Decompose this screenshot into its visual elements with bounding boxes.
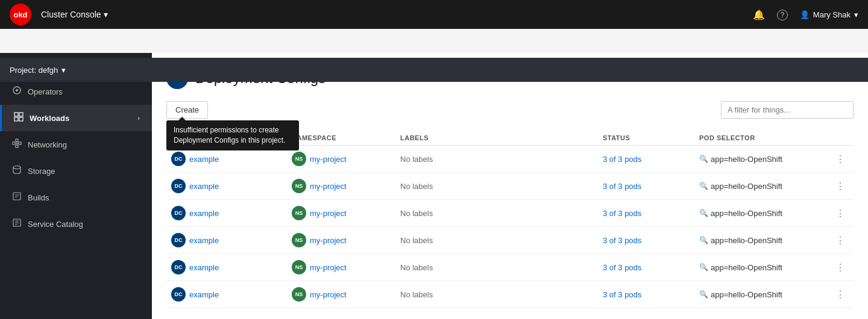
table-row: DC example NS my-project No labels 3 of … bbox=[166, 200, 854, 227]
sidebar-item-workloads[interactable]: Workloads › bbox=[0, 105, 152, 131]
project-chevron-icon: ▾ bbox=[61, 66, 66, 75]
project-label: Project: defgh bbox=[10, 66, 58, 75]
help-button[interactable]: ? bbox=[777, 9, 788, 20]
cell-namespace-0: NS my-project bbox=[287, 146, 395, 173]
cell-name-4: DC example bbox=[166, 254, 287, 281]
labels-value-0: No labels bbox=[400, 155, 433, 164]
cell-selector-2: 🔍 app=hello-OpenShift bbox=[694, 200, 827, 227]
table-row: DC example NS my-project No labels 3 of … bbox=[166, 254, 854, 281]
status-link-0[interactable]: 3 of 3 pods bbox=[603, 155, 641, 164]
sidebar-item-builds[interactable]: Builds bbox=[0, 184, 152, 211]
namespace-link-5[interactable]: my-project bbox=[310, 290, 347, 299]
cell-status-0: 3 of 3 pods bbox=[598, 146, 694, 173]
builds-icon bbox=[12, 191, 22, 203]
sidebar-item-networking[interactable]: Networking bbox=[0, 131, 152, 158]
labels-value-5: No labels bbox=[400, 290, 433, 299]
storage-icon bbox=[12, 165, 22, 177]
nav-icons: 🔔 ? 👤 Mary Shak ▾ bbox=[753, 9, 858, 20]
svg-rect-15 bbox=[13, 193, 20, 200]
selector-search-icon-2: 🔍 bbox=[699, 209, 708, 217]
selector-search-icon-3: 🔍 bbox=[699, 236, 708, 244]
row-actions-button-3[interactable]: ⋮ bbox=[832, 234, 849, 247]
ns-badge-2: NS bbox=[292, 206, 306, 220]
logo: okd bbox=[10, 4, 31, 25]
cell-name-3: DC example bbox=[166, 227, 287, 254]
col-header-namespace: NAMESPACE bbox=[287, 131, 395, 146]
dc-badge-2: DC bbox=[171, 206, 186, 220]
project-selector-button[interactable]: Project: defgh ▾ bbox=[10, 66, 66, 75]
selector-value-1: app=hello-OpenShift bbox=[711, 182, 782, 191]
user-menu-button[interactable]: 👤 Mary Shak ▾ bbox=[800, 10, 858, 19]
namespace-link-3[interactable]: my-project bbox=[310, 236, 347, 245]
cell-namespace-5: NS my-project bbox=[287, 281, 395, 308]
namespace-link-0[interactable]: my-project bbox=[310, 155, 347, 164]
svg-rect-8 bbox=[13, 142, 15, 144]
cell-status-3: 3 of 3 pods bbox=[598, 227, 694, 254]
selector-search-icon-5: 🔍 bbox=[699, 290, 708, 299]
sidebar-item-storage[interactable]: Storage bbox=[0, 158, 152, 184]
sidebar-label-service-catalog: Service Catalog bbox=[28, 220, 83, 229]
name-link-4[interactable]: example bbox=[189, 263, 219, 272]
dc-badge-4: DC bbox=[171, 260, 186, 274]
cell-namespace-3: NS my-project bbox=[287, 227, 395, 254]
status-link-3[interactable]: 3 of 3 pods bbox=[603, 236, 641, 245]
namespace-link-1[interactable]: my-project bbox=[310, 182, 347, 191]
status-link-2[interactable]: 3 of 3 pods bbox=[603, 209, 641, 218]
sidebar-item-service-catalog[interactable]: Service Catalog bbox=[0, 211, 152, 237]
col-header-status: STATUS bbox=[598, 131, 694, 146]
name-link-1[interactable]: example bbox=[189, 182, 219, 191]
name-link-5[interactable]: example bbox=[189, 290, 219, 299]
cell-actions-3: ⋮ bbox=[827, 227, 854, 254]
name-link-2[interactable]: example bbox=[189, 209, 219, 218]
svg-rect-10 bbox=[16, 139, 18, 141]
ns-badge-1: NS bbox=[292, 179, 306, 193]
cell-status-5: 3 of 3 pods bbox=[598, 281, 694, 308]
selector-search-icon-1: 🔍 bbox=[699, 182, 708, 190]
row-actions-button-1[interactable]: ⋮ bbox=[832, 179, 849, 193]
row-actions-button-4[interactable]: ⋮ bbox=[832, 261, 849, 274]
cell-selector-1: 🔍 app=hello-OpenShift bbox=[694, 173, 827, 200]
help-icon: ? bbox=[777, 10, 788, 20]
namespace-link-4[interactable]: my-project bbox=[310, 263, 347, 272]
status-link-4[interactable]: 3 of 3 pods bbox=[603, 263, 641, 272]
sidebar-label-operators: Operators bbox=[28, 87, 63, 96]
selector-value-4: app=hello-OpenShift bbox=[711, 263, 782, 272]
sub-navigation: Project: defgh ▾ bbox=[0, 58, 868, 82]
status-link-5[interactable]: 3 of 3 pods bbox=[603, 290, 641, 299]
svg-rect-7 bbox=[19, 117, 23, 121]
bell-icon: 🔔 bbox=[753, 10, 765, 20]
sidebar: ⌂ Home Operators Workloads › Networking bbox=[0, 53, 152, 319]
sidebar-label-builds: Builds bbox=[28, 193, 49, 202]
name-link-0[interactable]: example bbox=[189, 155, 219, 164]
row-actions-button-5[interactable]: ⋮ bbox=[832, 288, 849, 302]
row-actions-button-2[interactable]: ⋮ bbox=[832, 206, 849, 220]
okd-logo-icon: okd bbox=[10, 4, 31, 25]
cluster-console-label: Cluster Console bbox=[41, 10, 101, 19]
table-row: DC example NS my-project No labels 3 of … bbox=[166, 227, 854, 254]
name-link-3[interactable]: example bbox=[189, 236, 219, 245]
cell-labels-4: No labels bbox=[395, 254, 598, 281]
table-row: DC example NS my-project No labels 3 of … bbox=[166, 173, 854, 200]
create-button[interactable]: Create bbox=[166, 101, 208, 119]
notifications-button[interactable]: 🔔 bbox=[753, 9, 765, 20]
cell-namespace-2: NS my-project bbox=[287, 200, 395, 227]
row-actions-button-0[interactable]: ⋮ bbox=[832, 152, 849, 166]
ns-badge-3: NS bbox=[292, 233, 306, 247]
cell-actions-4: ⋮ bbox=[827, 254, 854, 281]
labels-value-1: No labels bbox=[400, 182, 433, 191]
labels-value-2: No labels bbox=[400, 209, 433, 218]
cluster-console-chevron: ▾ bbox=[104, 10, 108, 19]
svg-point-14 bbox=[13, 166, 20, 169]
cell-actions-2: ⋮ bbox=[827, 200, 854, 227]
namespace-link-2[interactable]: my-project bbox=[310, 209, 347, 218]
status-link-1[interactable]: 3 of 3 pods bbox=[603, 182, 641, 191]
sidebar-label-storage: Storage bbox=[28, 167, 55, 176]
dc-badge-1: DC bbox=[171, 179, 186, 193]
cell-labels-2: No labels bbox=[395, 200, 598, 227]
sidebar-item-operators[interactable]: Operators bbox=[0, 78, 152, 105]
user-chevron-icon: ▾ bbox=[854, 10, 858, 19]
ns-badge-4: NS bbox=[292, 260, 306, 274]
cell-status-1: 3 of 3 pods bbox=[598, 173, 694, 200]
cluster-console-button[interactable]: Cluster Console ▾ bbox=[41, 10, 108, 19]
filter-input[interactable] bbox=[721, 101, 854, 119]
